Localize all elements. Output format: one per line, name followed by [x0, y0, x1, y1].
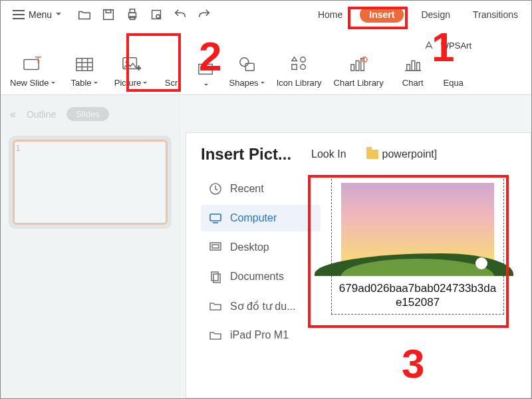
svg-rect-0 [104, 10, 114, 20]
ribbon-wpsart-label: WPSArt [441, 41, 471, 51]
ribbon-table[interactable]: Table [67, 55, 102, 88]
svg-text:+: + [136, 64, 141, 72]
ribbon-shapes-label: Shapes [229, 78, 259, 88]
ribbon-equation[interactable]: Equa [442, 78, 465, 88]
dropdown-arrow-icon [261, 82, 265, 86]
svg-marker-21 [291, 57, 296, 61]
location-computer-label: Computer [230, 212, 277, 224]
print-icon[interactable] [125, 7, 140, 22]
tab-insert[interactable]: Insert [360, 7, 404, 23]
quick-access-toolbar [77, 7, 211, 22]
location-documents[interactable]: Documents [201, 263, 321, 290]
ribbon-chart[interactable]: Chart [396, 55, 430, 88]
svg-rect-23 [291, 65, 296, 69]
open-folder-icon[interactable] [77, 7, 92, 22]
save-icon[interactable] [101, 7, 116, 22]
svg-rect-37 [212, 245, 219, 248]
location-list: Recent Computer Desktop Documents Sơ đồ … [201, 176, 321, 348]
ribbon-tabs: Home Insert Design Transitions [313, 7, 523, 23]
ribbon-screenshot-label: Scr [165, 78, 178, 88]
svg-rect-1 [106, 10, 110, 13]
location-documents-label: Documents [230, 271, 284, 283]
location-custom-1-label: Sơ đồ tư du... [230, 300, 295, 313]
folder-outline-icon [209, 329, 222, 342]
ribbon-icon-library[interactable]: Icon Library [277, 55, 322, 88]
dialog-header: Insert Pict... Look In powerpoint] [201, 145, 516, 164]
file-tile[interactable]: 679ad026baa7bab024733b3dae152087 [331, 176, 504, 315]
picture-icon: + [120, 55, 142, 74]
chevron-down-icon [56, 13, 61, 18]
insert-picture-dialog: Insert Pict... Look In powerpoint] Recen… [186, 132, 531, 398]
tab-home[interactable]: Home [313, 7, 348, 23]
print-preview-icon[interactable] [149, 7, 164, 22]
svg-rect-31 [412, 61, 415, 70]
svg-rect-30 [406, 65, 410, 70]
svg-rect-7 [24, 60, 39, 70]
ribbon-shapes[interactable]: Shapes [229, 55, 265, 88]
clock-icon [209, 182, 222, 196]
ribbon-textbox[interactable] [195, 60, 217, 88]
location-desktop[interactable]: Desktop [201, 234, 321, 261]
location-desktop-label: Desktop [230, 241, 269, 253]
hamburger-icon [13, 10, 25, 19]
dropdown-arrow-icon [204, 84, 208, 88]
location-custom-1[interactable]: Sơ đồ tư du... [201, 293, 321, 319]
svg-rect-25 [351, 65, 354, 70]
svg-rect-39 [213, 274, 220, 283]
current-folder[interactable]: powerpoint] [366, 148, 438, 160]
chart-icon [402, 55, 424, 74]
ribbon-chart-label: Chart [402, 78, 424, 88]
location-custom-2-label: iPad Pro M1 [230, 329, 289, 341]
svg-point-19 [240, 58, 249, 66]
svg-rect-10 [76, 59, 92, 71]
ribbon-equation-label: Equa [444, 78, 464, 88]
location-recent-label: Recent [230, 183, 264, 195]
file-thumbnail [341, 183, 494, 276]
undo-icon[interactable] [173, 7, 188, 22]
svg-rect-38 [211, 272, 218, 281]
svg-rect-20 [245, 63, 254, 70]
svg-rect-32 [416, 63, 420, 70]
svg-rect-3 [130, 9, 134, 13]
ribbon-picture-label: Picture [114, 78, 141, 88]
svg-rect-18 [198, 65, 211, 74]
redo-icon[interactable] [197, 7, 211, 22]
svg-rect-26 [356, 61, 359, 70]
file-browser: 679ad026baa7bab024733b3dae152087 [327, 176, 516, 348]
desktop-icon [209, 241, 222, 254]
monitor-icon [209, 211, 222, 225]
ribbon-picture[interactable]: + Picture [114, 55, 148, 88]
svg-point-6 [156, 15, 160, 19]
file-name: 679ad026baa7bab024733b3dae152087 [338, 281, 497, 310]
menu-label: Menu [29, 9, 52, 20]
shapes-icon [235, 55, 258, 74]
current-folder-label: powerpoint] [382, 148, 438, 160]
location-computer[interactable]: Computer [201, 205, 321, 231]
ribbon-chart-library[interactable]: Chart Library [334, 55, 384, 88]
tab-transitions[interactable]: Transitions [467, 7, 523, 23]
menubar: Menu Home Insert Design Transitions [1, 1, 531, 29]
textbox-icon [195, 60, 217, 78]
dropdown-arrow-icon [51, 82, 55, 86]
screenshot-icon [160, 55, 183, 74]
dialog-title: Insert Pict... [201, 145, 291, 164]
svg-point-22 [300, 57, 305, 62]
dropdown-arrow-icon [94, 82, 98, 86]
ribbon-new-slide[interactable]: New Slide [10, 55, 55, 88]
menu-button[interactable]: Menu [9, 7, 65, 23]
location-recent[interactable]: Recent [201, 176, 321, 202]
ribbon-chart-library-label: Chart Library [334, 78, 384, 88]
svg-rect-34 [210, 214, 221, 221]
ribbon-new-slide-label: New Slide [10, 78, 49, 88]
ribbon-insert: New Slide Table + Picture Scr Shapes Ico… [1, 29, 531, 95]
tab-design[interactable]: Design [416, 7, 456, 23]
ribbon-icon-library-label: Icon Library [277, 78, 322, 88]
location-custom-2[interactable]: iPad Pro M1 [201, 322, 321, 348]
new-slide-icon [21, 55, 44, 74]
ribbon-wpsart[interactable]: WPSArt [424, 39, 471, 51]
ribbon-screenshot[interactable]: Scr [160, 55, 183, 88]
table-icon [73, 55, 96, 74]
svg-point-28 [362, 57, 367, 62]
svg-rect-24 [300, 65, 305, 69]
dropdown-arrow-icon [143, 82, 147, 86]
